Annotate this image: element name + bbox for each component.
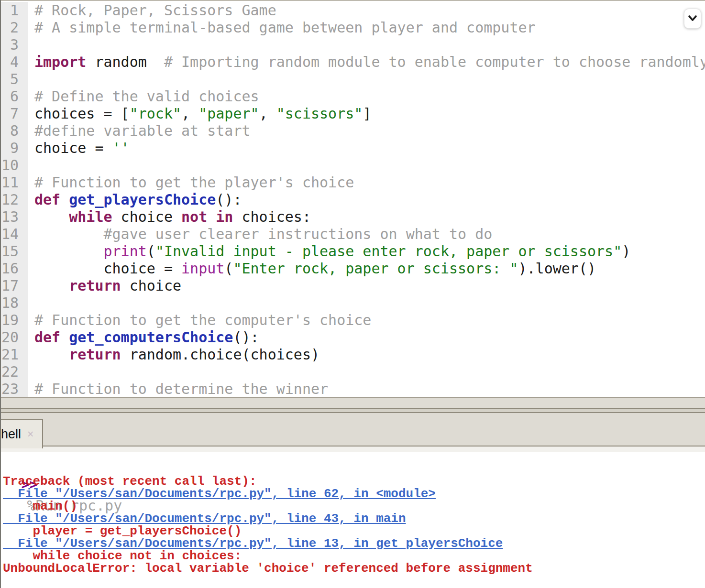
- bottom-tab-bar: hell ×: [0, 413, 705, 446]
- token: # A simple terminal-based game between p…: [34, 19, 536, 36]
- token: ():: [233, 329, 259, 346]
- code-line: import random # Importing random module …: [34, 54, 705, 71]
- token: "rock": [130, 105, 181, 122]
- token: "scissors": [276, 105, 363, 122]
- line-number: 15: [0, 243, 28, 260]
- line-number: 13: [0, 208, 28, 226]
- code-editor[interactable]: 1234567891011121314151617181920212223 # …: [0, 0, 705, 397]
- editor-shell-splitter[interactable]: [0, 397, 705, 413]
- line-number: 21: [0, 346, 28, 363]
- traceback-file-link[interactable]: File "/Users/san/Documents/rpc.py", line…: [3, 537, 705, 550]
- chevron-down-icon: [687, 15, 698, 22]
- traceback-error-line: Traceback (most recent call last):: [3, 475, 705, 488]
- token: #gave user clearer instructions on what …: [104, 226, 493, 242]
- token: # Define the valid choices: [34, 88, 259, 105]
- tab-shell-label: hell: [1, 427, 21, 442]
- token: (: [224, 260, 233, 277]
- splitter-sash[interactable]: [0, 408, 705, 413]
- code-line: [34, 71, 705, 88]
- token: ]: [363, 105, 371, 122]
- line-number: 8: [0, 122, 28, 140]
- line-number: 11: [0, 174, 28, 191]
- token: # Function to get the computer's choice: [34, 312, 371, 328]
- code-line: choice = '': [34, 140, 705, 157]
- token: return: [69, 277, 121, 294]
- code-line: # Function to get the player's choice: [34, 174, 705, 191]
- token: choice =: [34, 140, 112, 156]
- code-line: return random.choice(choices): [34, 346, 705, 363]
- traceback-error-line: while choice not in choices:: [3, 550, 705, 562]
- token: (: [147, 243, 155, 260]
- line-number: 3: [0, 36, 28, 54]
- code-line: #define variable at start: [34, 122, 705, 140]
- token: choice =: [34, 260, 181, 277]
- token: random.choice(choices): [121, 346, 319, 363]
- code-line: #gave user clearer instructions on what …: [34, 226, 705, 243]
- token: choices:: [233, 208, 311, 225]
- traceback-file-link[interactable]: File "/Users/san/Documents/rpc.py", line…: [3, 512, 705, 525]
- token: input: [181, 260, 224, 277]
- token: # Function to get the player's choice: [34, 174, 354, 191]
- token: #define variable at start: [34, 122, 251, 139]
- code-line: [34, 294, 705, 312]
- token: # Importing random module to enable comp…: [147, 54, 705, 70]
- code-line: # A simple terminal-based game between p…: [34, 19, 705, 36]
- line-number: 9: [0, 140, 28, 157]
- code-line: while choice not in choices:: [34, 208, 705, 226]
- line-number: 5: [0, 71, 28, 88]
- line-number: 14: [0, 226, 28, 243]
- token: [34, 243, 104, 260]
- line-number: 19: [0, 312, 28, 329]
- token: [60, 329, 69, 346]
- token: not in: [181, 208, 233, 225]
- code-area[interactable]: # Rock, Paper, Scissors Game# A simple t…: [28, 2, 705, 397]
- token: choice: [121, 277, 181, 294]
- token: # Rock, Paper, Scissors Game: [34, 2, 276, 19]
- token: [60, 191, 69, 208]
- line-number-gutter: 1234567891011121314151617181920212223: [0, 2, 28, 397]
- code-line: def get_playersChoice():: [34, 191, 705, 208]
- token: while: [69, 208, 112, 225]
- line-number: 6: [0, 88, 28, 105]
- token: [34, 226, 104, 242]
- token: [34, 277, 69, 294]
- traceback-file-link[interactable]: File "/Users/san/Documents/rpc.py", line…: [3, 488, 705, 500]
- token: [34, 346, 69, 363]
- token: print: [104, 243, 147, 260]
- token: def: [34, 329, 60, 346]
- code-line: return choice: [34, 277, 705, 294]
- line-number: 2: [0, 19, 28, 36]
- token: ,: [181, 105, 198, 122]
- token: ():: [216, 191, 242, 208]
- code-line: # Define the valid choices: [34, 88, 705, 105]
- code-line: # Rock, Paper, Scissors Game: [34, 2, 705, 19]
- token: [34, 208, 69, 225]
- traceback-error-line: player = get_playersChoice(): [3, 525, 705, 537]
- line-number: 23: [0, 381, 28, 397]
- tab-shell[interactable]: hell ×: [0, 419, 43, 448]
- tabbar-content-divider: [0, 446, 705, 452]
- token: ): [622, 243, 630, 260]
- shell-panel[interactable]: >> %Run rpc.py Traceback (most recent ca…: [0, 452, 705, 587]
- token: def: [34, 191, 60, 208]
- code-line: def get_computersChoice():: [34, 329, 705, 346]
- shell-prompt-line: >> %Run rpc.py: [3, 456, 705, 475]
- line-number: 18: [0, 294, 28, 312]
- line-number: 4: [0, 54, 28, 71]
- token: random: [86, 54, 146, 70]
- scroll-down-button[interactable]: [684, 9, 701, 29]
- code-line: # Function to get the computer's choice: [34, 312, 705, 329]
- token: ,: [259, 105, 276, 122]
- line-number: 22: [0, 363, 28, 381]
- traceback-error-line: UnboundLocalError: local variable 'choic…: [3, 562, 705, 575]
- token: choice: [112, 208, 182, 225]
- line-number: 1: [0, 2, 28, 19]
- code-line: choices = ["rock", "paper", "scissors"]: [34, 105, 705, 122]
- token: get_playersChoice: [69, 191, 216, 208]
- token: "Invalid input - please enter rock, pape…: [155, 243, 622, 260]
- code-line: [34, 157, 705, 174]
- token: '': [112, 140, 130, 156]
- code-line: print("Invalid input - please enter rock…: [34, 243, 705, 260]
- close-icon[interactable]: ×: [27, 429, 33, 440]
- token: "Enter rock, paper or scissors: ": [233, 260, 518, 277]
